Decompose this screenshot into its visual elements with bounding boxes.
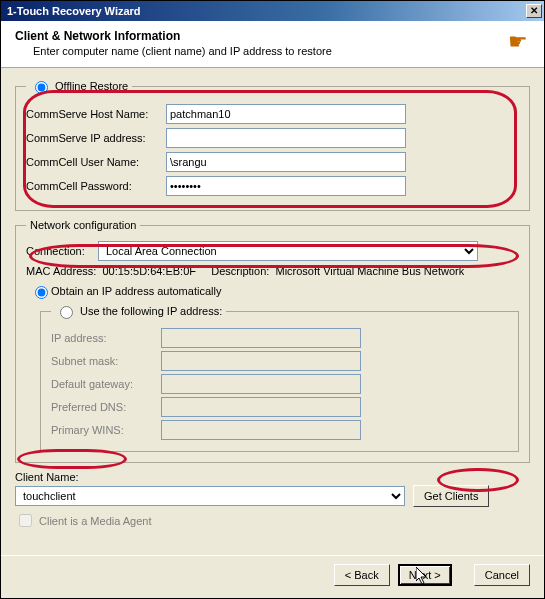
mac-address-label: MAC Address: xyxy=(26,265,96,277)
client-name-section: Client Name: touchclient Get Clients Cli… xyxy=(15,471,530,530)
static-ip-group: Use the following IP address: IP address… xyxy=(40,303,519,452)
obtain-ip-auto-label: Obtain an IP address automatically xyxy=(51,285,221,297)
description-label: Description: xyxy=(211,265,269,277)
page-title: Client & Network Information xyxy=(15,29,530,43)
ip-address-input xyxy=(161,328,361,348)
commcell-password-label: CommCell Password: xyxy=(26,180,166,192)
use-following-ip-radio[interactable] xyxy=(60,306,73,319)
subnet-mask-label: Subnet mask: xyxy=(51,355,161,367)
wizard-footer: < Back Next > Cancel xyxy=(1,555,544,598)
mac-address-value: 00:15:5D:64:EB:0F xyxy=(102,265,196,277)
commcell-password-input[interactable] xyxy=(166,176,406,196)
window-title: 1-Touch Recovery Wizard xyxy=(7,5,141,17)
use-following-ip-label: Use the following IP address: xyxy=(80,305,222,317)
commserve-host-label: CommServe Host Name: xyxy=(26,108,166,120)
client-name-label: Client Name: xyxy=(15,471,530,483)
back-button[interactable]: < Back xyxy=(334,564,390,586)
preferred-dns-label: Preferred DNS: xyxy=(51,401,161,413)
wizard-window: 1-Touch Recovery Wizard ✕ Client & Netwo… xyxy=(0,0,545,599)
commcell-user-label: CommCell User Name: xyxy=(26,156,166,168)
default-gateway-input xyxy=(161,374,361,394)
commserve-ip-label: CommServe IP address: xyxy=(26,132,166,144)
close-button[interactable]: ✕ xyxy=(526,4,542,18)
obtain-ip-auto-radio[interactable] xyxy=(35,286,48,299)
connection-label: Connection: xyxy=(26,245,98,257)
network-config-legend: Network configuration xyxy=(26,219,140,231)
client-name-select[interactable]: touchclient xyxy=(15,486,405,506)
media-agent-label: Client is a Media Agent xyxy=(39,515,152,527)
connection-select[interactable]: Local Area Connection xyxy=(98,241,478,261)
default-gateway-label: Default gateway: xyxy=(51,378,161,390)
ip-address-label: IP address: xyxy=(51,332,161,344)
wizard-body: Offline Restore CommServe Host Name: Com… xyxy=(1,68,544,555)
commserve-ip-input[interactable] xyxy=(166,128,406,148)
offline-restore-group: Offline Restore CommServe Host Name: Com… xyxy=(15,78,530,211)
preferred-dns-input xyxy=(161,397,361,417)
subnet-mask-input xyxy=(161,351,361,371)
commserve-host-input[interactable] xyxy=(166,104,406,124)
primary-wins-label: Primary WINS: xyxy=(51,424,161,436)
offline-restore-radio[interactable] xyxy=(35,81,48,94)
hand-pointer-icon: ☛ xyxy=(508,29,528,55)
media-agent-checkbox xyxy=(19,514,32,527)
page-subtitle: Enter computer name (client name) and IP… xyxy=(15,45,530,57)
primary-wins-input xyxy=(161,420,361,440)
description-value: Microsoft Virtual Machine Bus Network xyxy=(275,265,464,277)
next-button[interactable]: Next > xyxy=(398,564,452,586)
offline-restore-legend: Offline Restore xyxy=(55,80,128,92)
titlebar: 1-Touch Recovery Wizard ✕ xyxy=(1,1,544,21)
network-config-group: Network configuration Connection: Local … xyxy=(15,219,530,463)
wizard-header: Client & Network Information Enter compu… xyxy=(1,21,544,68)
get-clients-button[interactable]: Get Clients xyxy=(413,485,489,507)
commcell-user-input[interactable] xyxy=(166,152,406,172)
cancel-button[interactable]: Cancel xyxy=(474,564,530,586)
